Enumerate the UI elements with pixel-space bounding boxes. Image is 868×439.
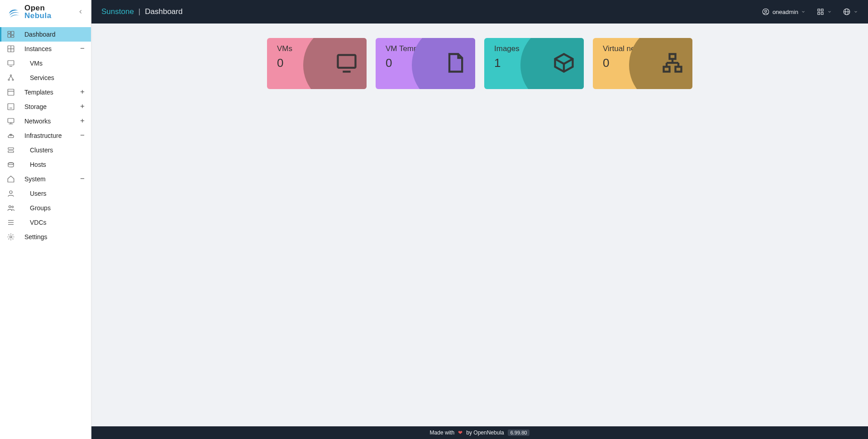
user-name: oneadmin	[773, 9, 798, 15]
sidebar-item-label: Settings	[24, 233, 48, 241]
globe-icon	[843, 8, 851, 16]
instances-icon	[5, 45, 16, 53]
svg-rect-46	[821, 13, 824, 15]
svg-rect-2	[8, 34, 10, 38]
topbar-actions: oneadmin	[762, 8, 858, 16]
svg-rect-53	[670, 54, 676, 59]
language-menu[interactable]	[843, 8, 858, 16]
sidebar-item-label: Services	[30, 74, 54, 81]
card-images[interactable]: Images 1	[484, 38, 584, 89]
svg-point-11	[8, 79, 10, 80]
svg-point-34	[10, 191, 12, 194]
brand-text: Open Nebula	[24, 4, 52, 19]
sidebar-item-label: Groups	[30, 204, 51, 212]
svg-line-14	[11, 76, 13, 79]
sidebar-item-infrastructure[interactable]: Infrastructure	[0, 128, 91, 143]
dashboard-cards: VMs 0 VM Templates 0 Images 1	[267, 38, 692, 89]
sidebar-item-label: Templates	[24, 89, 53, 96]
network-tree-icon	[661, 51, 684, 76]
monitor-icon	[335, 51, 358, 76]
svg-rect-19	[8, 104, 14, 110]
app-name: Sunstone	[101, 7, 134, 16]
sidebar-item-label: VDCs	[30, 219, 47, 226]
topbar: Sunstone | Dashboard oneadmin	[91, 0, 868, 24]
footer: Made with ❤ by OpenNebula 6.99.80	[91, 426, 868, 439]
svg-rect-0	[8, 31, 10, 33]
zone-menu[interactable]	[816, 8, 832, 16]
sidebar-item-templates[interactable]: Templates	[0, 85, 91, 99]
brand-logo[interactable]: Open Nebula	[6, 4, 52, 19]
sidebar-item-hosts[interactable]: Hosts	[0, 157, 91, 172]
sidebar-item-label: Hosts	[30, 161, 46, 168]
sidebar-nav: Dashboard Instances VMs Services	[0, 24, 91, 244]
user-icon	[5, 189, 16, 198]
svg-rect-50	[338, 55, 356, 67]
svg-rect-8	[8, 61, 14, 65]
version-badge: 6.99.80	[508, 430, 530, 436]
svg-rect-15	[8, 89, 14, 95]
sidebar-item-settings[interactable]: Settings	[0, 230, 91, 244]
svg-point-10	[10, 75, 12, 76]
sidebar-item-groups[interactable]: Groups	[0, 201, 91, 215]
sidebar-item-storage[interactable]: Storage	[0, 99, 91, 114]
sidebar-item-label: Instances	[24, 45, 52, 52]
chevron-down-icon	[801, 9, 806, 14]
sidebar-item-vms[interactable]: VMs	[0, 56, 91, 71]
svg-rect-3	[11, 35, 14, 38]
card-virtual-networks[interactable]: Virtual networks 0	[593, 38, 692, 89]
storage-icon	[5, 103, 16, 111]
svg-line-13	[9, 76, 11, 79]
breadcrumb: Sunstone | Dashboard	[101, 7, 182, 16]
sidebar-item-clusters[interactable]: Clusters	[0, 143, 91, 157]
content: VMs 0 VM Templates 0 Images 1	[91, 24, 868, 426]
brand-text-nebula: Nebula	[24, 12, 52, 19]
expand-icon[interactable]	[79, 89, 86, 96]
expand-icon[interactable]	[79, 103, 86, 111]
chevron-left-icon	[77, 9, 84, 15]
monitor-icon	[5, 59, 16, 67]
sidebar-item-vdcs[interactable]: VDCs	[0, 215, 91, 230]
collapse-icon[interactable]	[79, 175, 86, 183]
services-icon	[5, 74, 16, 82]
chevron-down-icon	[827, 9, 832, 14]
expand-icon[interactable]	[79, 118, 86, 125]
sidebar: Open Nebula Dashboard Instances	[0, 0, 91, 439]
svg-rect-43	[818, 9, 820, 11]
sidebar-item-system[interactable]: System	[0, 172, 91, 186]
sidebar-item-networks[interactable]: Networks	[0, 114, 91, 128]
collapse-icon[interactable]	[79, 45, 86, 53]
collapse-icon[interactable]	[79, 132, 86, 140]
svg-rect-30	[8, 148, 14, 150]
brand-text-open: Open	[24, 4, 52, 12]
svg-rect-23	[8, 118, 14, 123]
groups-icon	[5, 204, 16, 212]
sidebar-collapse-button[interactable]	[75, 6, 86, 18]
sidebar-item-instances[interactable]: Instances	[0, 42, 91, 56]
svg-point-36	[12, 206, 14, 208]
svg-rect-1	[11, 31, 14, 35]
user-menu[interactable]: oneadmin	[762, 8, 806, 16]
sidebar-item-label: Clusters	[30, 146, 53, 154]
sidebar-item-users[interactable]: Users	[0, 186, 91, 201]
file-icon	[444, 51, 467, 76]
grid-icon	[816, 8, 825, 16]
clusters-icon	[5, 146, 16, 154]
user-circle-icon	[762, 8, 770, 16]
svg-rect-44	[821, 9, 824, 11]
page-title: Dashboard	[145, 7, 182, 16]
svg-point-40	[10, 236, 12, 238]
sidebar-logo-row: Open Nebula	[0, 0, 91, 24]
sidebar-item-label: System	[24, 175, 46, 183]
sidebar-item-label: Dashboard	[24, 31, 56, 38]
system-icon	[5, 175, 16, 183]
sidebar-item-services[interactable]: Services	[0, 71, 91, 85]
svg-point-12	[12, 79, 14, 80]
dashboard-icon	[5, 30, 16, 38]
sidebar-item-dashboard[interactable]: Dashboard	[0, 27, 91, 42]
svg-rect-54	[664, 66, 670, 71]
infrastructure-icon	[5, 132, 16, 140]
package-icon	[552, 51, 576, 76]
sidebar-item-label: Users	[30, 190, 47, 197]
card-vm-templates[interactable]: VM Templates 0	[376, 38, 475, 89]
card-vms[interactable]: VMs 0	[267, 38, 367, 89]
